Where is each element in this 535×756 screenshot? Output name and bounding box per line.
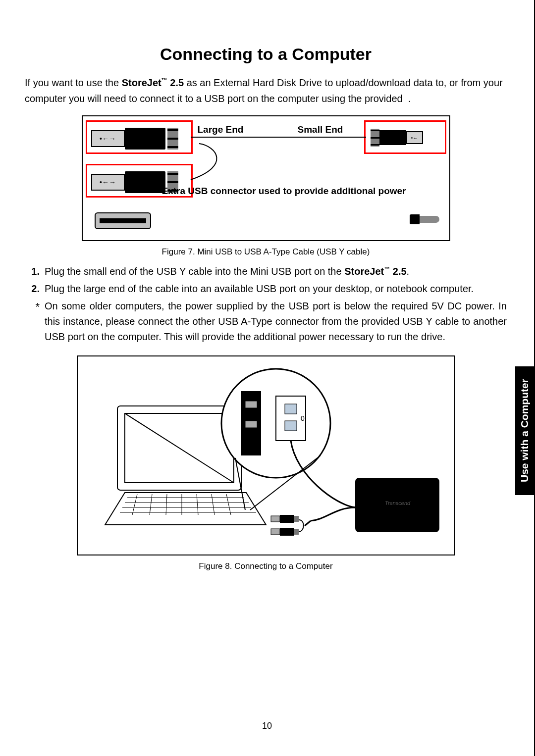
page-title: Connecting to a Computer [25,45,507,64]
svg-rect-29 [280,515,294,523]
svg-rect-20 [245,401,257,408]
svg-rect-32 [280,528,294,536]
note-text: On some older computers, the power suppl… [45,299,507,345]
figure-8: 0 Transcend [77,355,455,555]
note-marker: * [25,299,45,345]
mini-usb-connector-icon: •← [371,129,423,147]
svg-text:Transcend: Transcend [385,500,411,506]
step-note: * On some older computers, the power sup… [25,299,507,345]
figure-8-illustration-icon: 0 Transcend [78,356,454,554]
intro-pre: If you want to use the [25,77,122,88]
instruction-list: 1. Plug the small end of the USB Y cable… [25,264,507,345]
svg-rect-30 [294,516,299,522]
figure-8-caption: Figure 8. Connecting to a Computer [25,561,507,571]
step-2-marker: 2. [25,281,45,297]
label-small-end: Small End [298,124,343,135]
figure-7: •←→ •← •←→ Large End [82,115,450,241]
page-number: 10 [0,721,534,731]
svg-rect-31 [271,529,280,535]
figure-7-caption: Figure 7. Mini USB to USB A-Type Cable (… [25,247,507,257]
small-end-highlight: •← [364,120,446,154]
label-large-end: Large End [198,124,244,135]
step-1-text: Plug the small end of the USB Y cable in… [45,264,507,279]
svg-rect-24 [285,421,297,431]
svg-text:0: 0 [301,414,305,422]
step-2-text: Plug the large end of the cable into an … [45,281,507,297]
intro-paragraph: If you want to use the StoreJet™ 2.5 as … [25,75,507,106]
step-1-marker: 1. [25,264,45,279]
barrel-connector-left-icon [95,212,151,229]
svg-line-34 [305,521,311,526]
step-2: 2. Plug the large end of the cable into … [25,281,507,297]
step-1: 1. Plug the small end of the USB Y cable… [25,264,507,279]
svg-rect-28 [271,516,280,522]
large-end-highlight: •←→ [86,120,193,154]
extra-usb-note: Extra USB connector used to provide addi… [162,186,439,197]
svg-rect-23 [285,404,297,414]
barrel-connector-right-icon [410,214,439,224]
svg-rect-33 [294,529,299,535]
product-name: StoreJet™ 2.5 [122,77,184,88]
section-tab: Use with a Computer [515,366,534,495]
usb-a-connector-icon: •←→ [91,128,178,150]
svg-rect-21 [245,421,257,428]
